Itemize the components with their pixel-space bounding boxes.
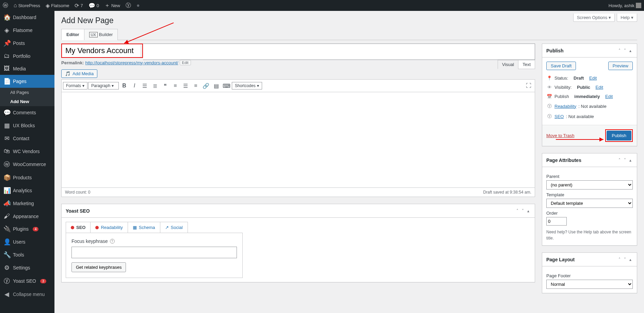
preview-button[interactable]: Preview	[608, 62, 633, 70]
yoast-badge: 3	[40, 279, 46, 283]
move-to-trash-link[interactable]: Move to Trash	[546, 133, 574, 138]
theme-link[interactable]: ◈Flatsome	[46, 2, 69, 9]
menu-portfolio[interactable]: 🗂Portfolio	[0, 50, 54, 62]
yoast-tab-social[interactable]: ↗Social	[160, 222, 188, 233]
align-right-button[interactable]: ≡	[191, 81, 200, 90]
box-down-icon[interactable]: ˅	[623, 48, 627, 54]
focus-keyphrase-input[interactable]	[71, 247, 237, 258]
menu-posts[interactable]: 📌Posts	[0, 37, 54, 50]
publish-box-title: Publish	[546, 48, 564, 53]
box-down-icon[interactable]: ˅	[520, 208, 525, 214]
menu-products[interactable]: 📦Products	[0, 171, 54, 184]
help-button[interactable]: Help ▾	[617, 14, 637, 22]
tab-editor[interactable]: Editor	[61, 29, 84, 40]
editor-text-tab[interactable]: Text	[518, 60, 535, 69]
menu-yoast[interactable]: ⓨYoast SEO3	[0, 274, 54, 288]
menu-pages-add[interactable]: Add New	[0, 97, 54, 106]
screen-options-button[interactable]: Screen Options ▾	[573, 14, 615, 22]
tab-ux-builder[interactable]: UXBuilder	[84, 29, 118, 40]
editor-content[interactable]	[62, 92, 535, 187]
menu-collapse[interactable]: ◀Collapse menu	[0, 288, 54, 301]
italic-button[interactable]: I	[130, 81, 139, 90]
page-footer-select[interactable]: Normal	[546, 280, 633, 289]
permalink-url[interactable]: http://localhost/storepress/my-vendors-a…	[85, 60, 178, 65]
parent-select[interactable]: (no parent)	[546, 180, 633, 190]
box-toggle-icon[interactable]: ▴	[628, 48, 633, 54]
fullscreen-button[interactable]: ⛶	[524, 81, 533, 90]
toolbar-toggle-button[interactable]: ⌨	[222, 81, 231, 90]
parent-label: Parent	[546, 174, 633, 179]
edit-visibility-link[interactable]: Edit	[596, 85, 603, 90]
menu-tools[interactable]: 🔧Tools	[0, 248, 54, 261]
box-down-icon[interactable]: ˅	[623, 157, 627, 163]
order-label: Order	[546, 211, 633, 216]
template-select[interactable]: Default template	[546, 199, 633, 208]
yoast-icon: ⓨ	[546, 113, 552, 119]
new-link[interactable]: ＋New	[104, 2, 120, 9]
readability-link[interactable]: Readability	[554, 104, 576, 109]
menu-flatsome[interactable]: ◈Flatsome	[0, 24, 54, 37]
box-toggle-icon[interactable]: ▴	[628, 157, 633, 163]
word-count: Word count: 0	[65, 190, 91, 195]
menu-wcvendors[interactable]: 🛍WC Vendors	[0, 145, 54, 158]
updates-link[interactable]: ⟳7	[75, 2, 83, 9]
edit-status-link[interactable]: Edit	[589, 76, 597, 81]
menu-pages-all[interactable]: All Pages	[0, 88, 54, 97]
toolbar-paragraph[interactable]: Paragraph ▾	[88, 82, 119, 89]
get-related-keyphrases-button[interactable]: Get related keyphrases	[71, 262, 126, 272]
page-title-input[interactable]	[62, 44, 140, 57]
attributes-help-text: Need help? Use the Help tab above the sc…	[546, 229, 633, 241]
yoast-tab-seo[interactable]: SEO	[66, 222, 91, 233]
menu-users[interactable]: 👤Users	[0, 235, 54, 248]
box-up-icon[interactable]: ˄	[617, 257, 622, 263]
yoast-tab-readability[interactable]: Readability	[91, 222, 128, 233]
help-icon[interactable]: ?	[110, 239, 115, 244]
menu-marketing[interactable]: 📣Marketing	[0, 197, 54, 210]
toolbar-shortcodes[interactable]: Shortcodes ▾	[232, 82, 262, 89]
menu-dashboard[interactable]: 🏠Dashboard	[0, 11, 54, 24]
box-up-icon[interactable]: ˄	[617, 48, 622, 54]
site-link[interactable]: ⌂StorePress	[14, 2, 40, 9]
blockquote-button[interactable]: ❝	[160, 81, 170, 90]
page-attributes-title: Page Attributes	[546, 158, 581, 163]
toolbar-formats[interactable]: Formats ▾	[63, 82, 87, 89]
box-toggle-icon[interactable]: ▴	[526, 208, 531, 214]
menu-uxblocks[interactable]: ▦UX Blocks	[0, 119, 54, 132]
permalink-edit-button[interactable]: Edit	[180, 60, 191, 65]
numbered-list-button[interactable]: ≣	[150, 81, 160, 90]
menu-comments[interactable]: 💬Comments	[0, 106, 54, 119]
edit-publish-date-link[interactable]: Edit	[605, 94, 613, 99]
menu-appearance[interactable]: 🖌Appearance	[0, 210, 54, 223]
align-left-button[interactable]: ≡	[171, 81, 180, 90]
menu-plugins[interactable]: 🔌Plugins4	[0, 223, 54, 235]
box-up-icon[interactable]: ˄	[617, 157, 622, 163]
share-icon: ↗	[165, 225, 169, 230]
add-media-button[interactable]: 🎵Add Media	[61, 69, 97, 78]
wp-logo[interactable]: ⓦ	[3, 2, 8, 9]
publish-button[interactable]: Publish	[607, 131, 631, 141]
page-heading: Add New Page	[61, 16, 637, 25]
menu-contact[interactable]: ✉Contact	[0, 132, 54, 145]
save-draft-button[interactable]: Save Draft	[546, 62, 576, 70]
page-title-input-rest[interactable]	[143, 44, 535, 60]
editor-visual-tab[interactable]: Visual	[498, 60, 518, 69]
box-toggle-icon[interactable]: ▴	[628, 257, 633, 263]
yoast-bar[interactable]: ⓨ	[126, 2, 131, 9]
bullet-list-button[interactable]: ☰	[140, 81, 149, 90]
howdy-user[interactable]: Howdy, ashik	[609, 3, 641, 8]
yoast-tab-schema[interactable]: ▦Schema	[128, 222, 160, 233]
menu-pages[interactable]: 📄Pages	[0, 75, 54, 88]
link-button[interactable]: 🔗	[201, 81, 211, 90]
order-input[interactable]	[546, 217, 567, 226]
menu-media[interactable]: 🖼Media	[0, 62, 54, 75]
bold-button[interactable]: B	[119, 81, 129, 90]
align-center-button[interactable]: ☰	[181, 81, 190, 90]
comments-link[interactable]: 💬0	[88, 2, 99, 9]
menu-settings[interactable]: ⚙Settings	[0, 261, 54, 274]
menu-woocommerce[interactable]: ⓦWooCommerce	[0, 158, 54, 171]
menu-analytics[interactable]: 📊Analytics	[0, 184, 54, 197]
box-up-icon[interactable]: ˄	[515, 208, 520, 214]
box-down-icon[interactable]: ˅	[623, 257, 627, 263]
readmore-button[interactable]: ▤	[211, 81, 221, 90]
seo-link[interactable]: SEO	[554, 114, 564, 119]
